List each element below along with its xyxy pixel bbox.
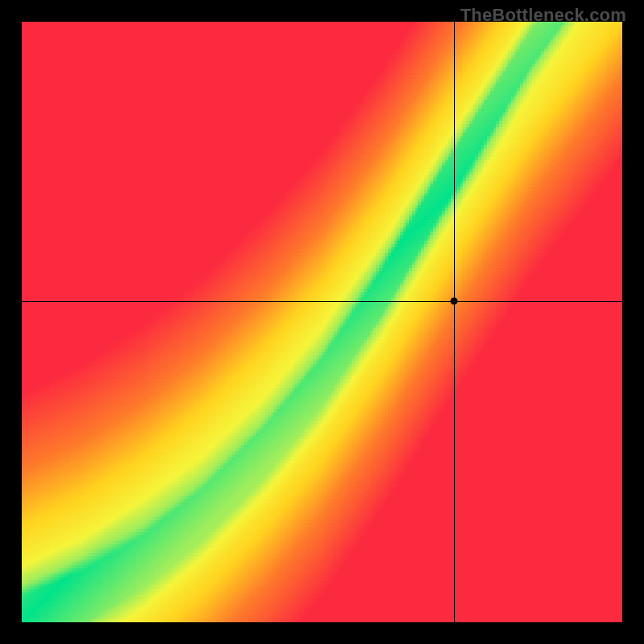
selection-marker [451, 297, 458, 304]
watermark-text: TheBottleneck.com [460, 5, 626, 26]
crosshair-horizontal [22, 301, 622, 302]
chart-frame: TheBottleneck.com [0, 0, 644, 644]
bottleneck-heatmap [22, 22, 622, 622]
crosshair-vertical [454, 22, 455, 622]
